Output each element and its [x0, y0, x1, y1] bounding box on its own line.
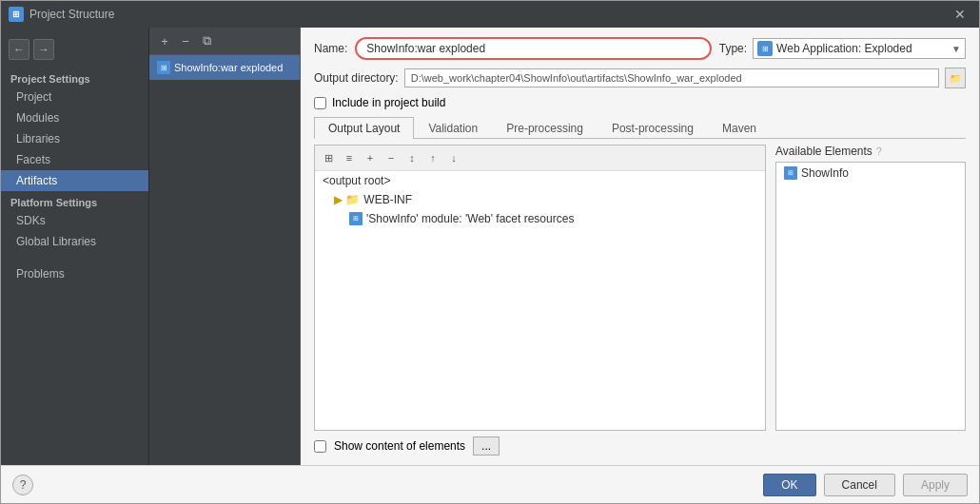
name-input[interactable] [355, 37, 711, 60]
tab-post-processing[interactable]: Post-processing [598, 117, 708, 139]
nav-back-button[interactable]: ← [9, 39, 29, 60]
project-structure-dialog: ⊞ Project Structure ✕ ← → Project Settin… [0, 0, 980, 504]
sidebar-nav: ← → [1, 35, 148, 64]
show-content-row: Show content of elements ... [314, 436, 966, 456]
platform-settings-label: Platform Settings [1, 191, 148, 210]
include-in-build-label: Include in project build [332, 96, 445, 109]
file-tree-toolbar: ⊞ ≡ + − ↕ ↑ ↓ [315, 145, 765, 171]
available-item-showinfo[interactable]: ⊞ ShowInfo [776, 163, 965, 184]
output-directory-row: Output directory: 📁 [314, 68, 966, 88]
available-panel: Available Elements ? ⊞ ShowInfo [775, 145, 966, 431]
window-icon: ⊞ [9, 7, 24, 22]
remove-artifact-button[interactable]: − [176, 31, 195, 50]
output-directory-label: Output directory: [314, 71, 399, 85]
bottom-right: OK Cancel Apply [763, 474, 968, 496]
tabs-row: Output Layout Validation Pre-processing … [314, 117, 966, 139]
tree-btn-move[interactable]: ↕ [402, 148, 421, 167]
artifact-list-item[interactable]: ⊞ ShowInfo:war exploded [149, 55, 300, 80]
apply-button[interactable]: Apply [903, 474, 968, 496]
main-content: ← → Project Settings Project Modules Lib… [1, 28, 979, 465]
output-directory-input[interactable] [404, 68, 939, 87]
artifact-icon: ⊞ [157, 61, 170, 74]
tab-maven[interactable]: Maven [708, 117, 771, 139]
window-title: Project Structure [29, 8, 114, 21]
tree-btn-list[interactable]: ≡ [340, 148, 359, 167]
content-area: Name: Type: ⊞ Web Application: Exploded … [301, 28, 979, 465]
available-help-icon[interactable]: ? [876, 145, 882, 157]
type-icon: ⊞ [757, 41, 773, 56]
available-elements-header: Available Elements ? [775, 145, 966, 158]
sidebar-item-problems[interactable]: Problems [1, 263, 148, 284]
ok-button[interactable]: OK [763, 474, 815, 496]
type-select[interactable]: Web Application: Exploded [776, 42, 948, 55]
copy-artifact-button[interactable]: ⧉ [197, 31, 216, 50]
dots-button[interactable]: ... [473, 436, 500, 456]
sidebar-item-libraries[interactable]: Libraries [1, 128, 148, 149]
file-icon: ⊞ [349, 212, 363, 225]
artifact-item-label: ShowInfo:war exploded [174, 62, 283, 73]
close-button[interactable]: ✕ [949, 5, 971, 24]
module-icon: ⊞ [784, 166, 797, 180]
help-button[interactable]: ? [12, 475, 33, 495]
root-label: <output root> [323, 174, 390, 187]
include-in-build-row: Include in project build [314, 96, 966, 109]
facet-label: 'ShowInfo' module: 'Web' facet resources [366, 212, 574, 225]
type-section: Type: ⊞ Web Application: Exploded ▼ [719, 38, 966, 59]
sidebar-item-sdks[interactable]: SDKs [1, 210, 148, 231]
tree-btn-down[interactable]: ↓ [444, 148, 463, 167]
file-tree-panel: ⊞ ≡ + − ↕ ↑ ↓ <output root> ▶ 📁 WEB-INF [314, 145, 766, 431]
sidebar-item-global-libraries[interactable]: Global Libraries [1, 231, 148, 252]
tab-validation[interactable]: Validation [414, 117, 492, 139]
tab-output-layout[interactable]: Output Layout [314, 117, 414, 139]
show-content-checkbox[interactable] [314, 440, 326, 453]
include-in-build-checkbox[interactable] [314, 97, 326, 109]
title-bar-left: ⊞ Project Structure [9, 7, 114, 22]
type-label: Type: [719, 42, 747, 55]
type-dropdown-icon: ▼ [951, 44, 961, 54]
available-elements-list: ⊞ ShowInfo [775, 162, 966, 431]
sidebar: ← → Project Settings Project Modules Lib… [1, 28, 148, 465]
show-content-label: Show content of elements [334, 439, 465, 453]
project-settings-label: Project Settings [1, 68, 148, 87]
content-panels: ⊞ ≡ + − ↕ ↑ ↓ <output root> ▶ 📁 WEB-INF [314, 145, 966, 431]
bottom-bar: ? OK Cancel Apply [1, 465, 979, 503]
sidebar-item-modules[interactable]: Modules [1, 107, 148, 128]
name-input-wrapper [355, 37, 711, 60]
name-row: Name: Type: ⊞ Web Application: Exploded … [314, 37, 966, 60]
tree-item-webinf[interactable]: ▶ 📁 WEB-INF [315, 190, 765, 209]
tree-btn-grid[interactable]: ⊞ [319, 148, 338, 167]
cancel-button[interactable]: Cancel [824, 474, 895, 496]
webinf-label: WEB-INF [363, 193, 412, 206]
tree-btn-up[interactable]: ↑ [423, 148, 442, 167]
tab-pre-processing[interactable]: Pre-processing [492, 117, 598, 139]
add-artifact-button[interactable]: + [155, 31, 174, 50]
sidebar-item-project[interactable]: Project [1, 87, 148, 107]
browse-directory-button[interactable]: 📁 [945, 68, 966, 88]
sidebar-item-facets[interactable]: Facets [1, 149, 148, 170]
type-select-wrapper[interactable]: ⊞ Web Application: Exploded ▼ [753, 38, 966, 59]
tree-item-root[interactable]: <output root> [315, 171, 765, 190]
nav-forward-button[interactable]: → [33, 39, 54, 60]
artifact-toolbar: + − ⧉ [149, 28, 300, 55]
tree-btn-remove[interactable]: − [382, 148, 401, 167]
tree-item-facet-resources[interactable]: ⊞ 'ShowInfo' module: 'Web' facet resourc… [315, 209, 765, 228]
title-bar: ⊞ Project Structure ✕ [1, 1, 979, 28]
name-label: Name: [314, 42, 347, 55]
artifact-panel: + − ⧉ ⊞ ShowInfo:war exploded [148, 28, 301, 465]
folder-icon: ▶ 📁 [334, 193, 360, 206]
sidebar-item-artifacts[interactable]: Artifacts [1, 170, 148, 191]
bottom-left: ? [12, 475, 33, 495]
tree-btn-add[interactable]: + [361, 148, 380, 167]
